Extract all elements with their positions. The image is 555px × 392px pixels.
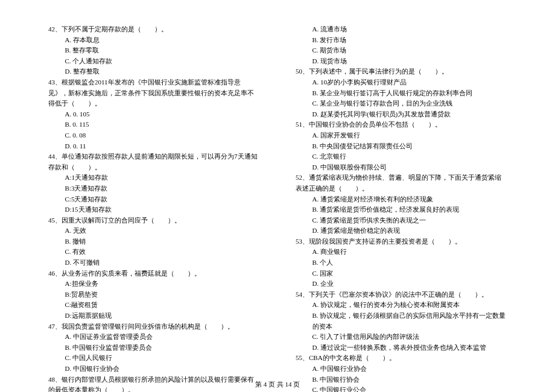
- q55-stem: 55、CBA的中文名称是（ ）。: [296, 353, 507, 364]
- q43-opt-a: A. 0. 105: [48, 109, 259, 120]
- left-column: 42、下列不属于定期存款的是（ ）。 A. 存本取息 B. 整存零取 C. 个人…: [48, 24, 259, 362]
- q54-opt-d: D. 通过设定一些转换系数，将表外授信业务也纳入资本监管: [296, 343, 507, 353]
- q53-opt-b: B. 个人: [296, 258, 507, 268]
- q55-opt-c: C. 中国银行业公会: [296, 385, 507, 392]
- q45-opt-a: A. 无效: [48, 226, 259, 236]
- question-42: 42、下列不属于定期存款的是（ ）。 A. 存本取息 B. 整存零取 C. 个人…: [48, 24, 259, 77]
- q47-opt-a: A. 中国证券业监督管理委员会: [48, 332, 259, 343]
- q43-stem: 43、根据银监会2011年发布的《中国银行业实施新监管标准指导意见》，新标准实施…: [48, 77, 259, 109]
- q47-stem: 47、我国负责监督管理银行间同业拆借市场的机构是（ ）。: [48, 321, 259, 332]
- q46-opt-c: C:融资租赁: [48, 300, 259, 311]
- q45-opt-d: D. 不可撤销: [48, 258, 259, 268]
- q49-opt-d: D. 现货市场: [296, 56, 507, 67]
- q44-opt-b: B:3天通知存款: [48, 183, 259, 194]
- q43-opt-b: B. 0. 115: [48, 119, 259, 130]
- q47-opt-d: D. 中国银行业协会: [48, 364, 259, 375]
- q49-opt-b: B. 发行市场: [296, 35, 507, 46]
- q44-opt-c: C:5天通知存款: [48, 194, 259, 205]
- q45-opt-c: C. 有效: [48, 247, 259, 258]
- q46-opt-d: D:远期票据贴现: [48, 311, 259, 321]
- q46-opt-a: A:担保业务: [48, 279, 259, 289]
- q49-opt-a: A. 流通市场: [296, 24, 507, 35]
- question-48: 48、银行内部管理人员根据银行所承担的风险计算的以及银行需要保有的最低资本量称为…: [48, 375, 259, 392]
- question-47: 47、我国负责监督管理银行间同业拆借市场的机构是（ ）。 A. 中国证券业监督管…: [48, 321, 259, 375]
- q52-opt-c: C. 通货紧缩是货币供求失衡的表现之一: [296, 215, 507, 226]
- q52-opt-a: A. 通货紧缩是对经济增长有利的经济现象: [296, 194, 507, 205]
- q50-stem: 50、下列表述中，属于民事法律行为的是（ ）。: [296, 66, 507, 77]
- q44-stem: 44、单位通知存款按照存款人提前通知的期限长短，可以再分为7天通知存款和（ ）。: [48, 151, 259, 172]
- q53-opt-c: C. 国家: [296, 268, 507, 279]
- q47-opt-c: C. 中国人民银行: [48, 353, 259, 364]
- question-55: 55、CBA的中文名称是（ ）。 A. 中国银行业协会 B. 中国银行协会 C.…: [296, 353, 507, 392]
- q49-opt-c: C. 期货市场: [296, 45, 507, 56]
- q51-stem: 51、中国银行业协会的会员单位不包括（ ）。: [296, 119, 507, 130]
- q54-opt-b: B. 协议规定，银行必须根据自己的实际信用风险水平持有一定数量的资本: [296, 311, 507, 332]
- q44-opt-a: A:1天通知存款: [48, 172, 259, 183]
- q45-opt-b: B. 撤销: [48, 236, 259, 247]
- q50-opt-d: D. 赵某委托其同学(银行职员)为其发放普通贷款: [296, 109, 507, 120]
- question-46: 46、从业务运作的实质来看，福费廷就是（ ）。 A:担保业务 B:贸易垫资 C:…: [48, 268, 259, 321]
- q44-opt-d: D:15天通知存款: [48, 204, 259, 215]
- q51-opt-d: D. 中国银联股份有限公司: [296, 162, 507, 173]
- right-column: A. 流通市场 B. 发行市场 C. 期货市场 D. 现货市场 50、下列表述中…: [296, 24, 507, 362]
- question-45: 45、因重大误解而订立的合同应予（ ）。 A. 无效 B. 撤销 C. 有效 D…: [48, 215, 259, 268]
- q42-stem: 42、下列不属于定期存款的是（ ）。: [48, 24, 259, 35]
- q43-opt-c: C. 0. 08: [48, 130, 259, 141]
- q48-stem: 48、银行内部管理人员根据银行所承担的风险计算的以及银行需要保有的最低资本量称为…: [48, 375, 259, 392]
- q54-opt-a: A. 协议规定，银行的资本分为核心资本和附属资本: [296, 300, 507, 311]
- q51-opt-b: B. 中央国债登记结算有限责任公司: [296, 141, 507, 152]
- q46-opt-b: B:贸易垫资: [48, 289, 259, 300]
- page-body: 42、下列不属于定期存款的是（ ）。 A. 存本取息 B. 整存零取 C. 个人…: [0, 0, 555, 374]
- q53-opt-a: A. 商业银行: [296, 247, 507, 258]
- question-51: 51、中国银行业协会的会员单位不包括（ ）。 A. 国家开发银行 B. 中央国债…: [296, 119, 507, 172]
- question-53: 53、现阶段我国资产支持证券的主要投资者是（ ）。 A. 商业银行 B. 个人 …: [296, 236, 507, 289]
- question-44: 44、单位通知存款按照存款人提前通知的期限长短，可以再分为7天通知存款和（ ）。…: [48, 151, 259, 215]
- q51-opt-c: C. 北京银行: [296, 151, 507, 162]
- q42-opt-a: A. 存本取息: [48, 35, 259, 46]
- q52-stem: 52、通货紧缩表现为物价持续、普遍、明显的下降，下面关于通货紧缩表述正确的是（ …: [296, 172, 507, 194]
- q45-stem: 45、因重大误解而订立的合同应予（ ）。: [48, 215, 259, 226]
- question-49-opts: A. 流通市场 B. 发行市场 C. 期货市场 D. 现货市场: [296, 24, 507, 66]
- q55-opt-b: B. 中国银行协会: [296, 375, 507, 385]
- q52-opt-d: D. 通货紧缩是物价稳定的表现: [296, 226, 507, 236]
- q55-opt-a: A. 中国银行业协会: [296, 364, 507, 375]
- q50-opt-a: A. 10岁的小李购买银行理财产品: [296, 77, 507, 88]
- q52-opt-b: B. 通货紧缩是货币价值稳定，经济发展良好的表现: [296, 204, 507, 215]
- q51-opt-a: A. 国家开发银行: [296, 130, 507, 141]
- q47-opt-b: B. 中国银行业监督管理委员会: [48, 343, 259, 353]
- q54-opt-c: C. 引入了计量信用风险的内部评级法: [296, 332, 507, 343]
- question-54: 54、下列关于《巴塞尔资本协议》的说法中不正确的是（ ）。 A. 协议规定，银行…: [296, 289, 507, 353]
- question-52: 52、通货紧缩表现为物价持续、普遍、明显的下降，下面关于通货紧缩表述正确的是（ …: [296, 172, 507, 236]
- q53-stem: 53、现阶段我国资产支持证券的主要投资者是（ ）。: [296, 236, 507, 247]
- question-50: 50、下列表述中，属于民事法律行为的是（ ）。 A. 10岁的小李购买银行理财产…: [296, 66, 507, 119]
- q53-opt-d: D. 企业: [296, 279, 507, 289]
- q50-opt-c: C. 某企业与银行签订存款合同，目的为企业洗钱: [296, 98, 507, 109]
- question-43: 43、根据银监会2011年发布的《中国银行业实施新监管标准指导意见》，新标准实施…: [48, 77, 259, 151]
- q54-stem: 54、下列关于《巴塞尔资本协议》的说法中不正确的是（ ）。: [296, 289, 507, 300]
- q50-opt-b: B. 某企业与银行签订高于人民银行规定的存款利率合同: [296, 88, 507, 99]
- q42-opt-d: D. 整存整取: [48, 66, 259, 77]
- q42-opt-b: B. 整存零取: [48, 45, 259, 56]
- q43-opt-d: D. 0. 11: [48, 141, 259, 152]
- q42-opt-c: C. 个人通知存款: [48, 56, 259, 67]
- q46-stem: 46、从业务运作的实质来看，福费廷就是（ ）。: [48, 268, 259, 279]
